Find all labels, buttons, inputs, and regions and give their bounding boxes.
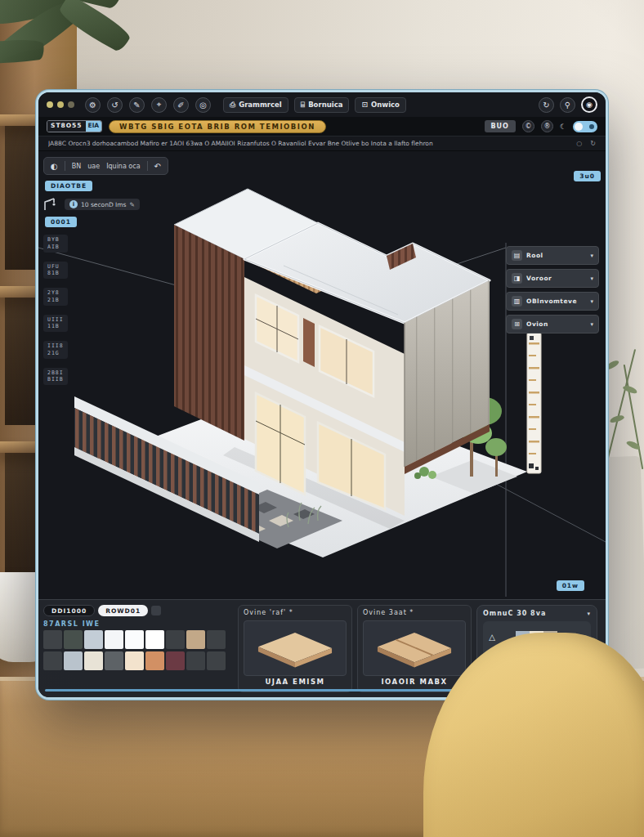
tab-more-button[interactable]: [151, 606, 161, 615]
toolbar-item[interactable]: BN: [72, 163, 81, 170]
edit-icon[interactable]: ✎: [130, 201, 135, 208]
level-item[interactable]: BYB AIB: [43, 235, 68, 253]
timer-label: 10 seconD Ims: [81, 201, 127, 208]
level-item[interactable]: UFU 81B: [43, 262, 68, 280]
color-swatch[interactable]: [186, 630, 205, 649]
color-swatch[interactable]: [166, 651, 185, 670]
toolbar-icon[interactable]: ◎: [195, 97, 211, 113]
toolbar-icon-group: ⚙↺✎⌖✐◎: [85, 97, 211, 113]
window-dot[interactable]: [68, 101, 74, 108]
color-swatch[interactable]: [105, 651, 123, 670]
timer-pill[interactable]: i 10 seconD Ims ✎: [65, 199, 140, 210]
viewport-3d[interactable]: ◐ BN uae Iquina oca ↶ DIAOTBE i 10 secon…: [38, 150, 606, 599]
level-line2: BIIB: [47, 376, 64, 383]
house-model-3d[interactable]: [38, 151, 606, 599]
toolbar-icon[interactable]: ✐: [173, 97, 189, 113]
material-card-1[interactable]: Ovine 'raf' * UJAA EMISM: [238, 605, 352, 692]
color-swatch[interactable]: [43, 630, 62, 649]
color-swatch[interactable]: [166, 630, 185, 649]
record-icon[interactable]: ◉: [581, 96, 597, 113]
titlebar: ⚙↺✎⌖✐◎ ⎙ Grammrcel ⌸ Bornuica ⊡ Onwico ↻…: [38, 92, 606, 117]
color-swatch[interactable]: [207, 651, 226, 670]
color-swatch[interactable]: [145, 651, 164, 670]
panel-row-label: Rool: [526, 252, 586, 259]
button-icon: ⌸: [301, 101, 305, 110]
window-dot[interactable]: [57, 101, 64, 108]
tool-glyph-icon: ✐: [177, 101, 184, 110]
tool-glyph-icon: ⌖: [157, 100, 162, 110]
chevron-down-icon: ▾: [590, 275, 593, 282]
reload-icon[interactable]: ↻: [590, 140, 596, 147]
viewport-toolbar[interactable]: ◐ BN uae Iquina oca ↶: [43, 157, 168, 175]
color-swatch[interactable]: [125, 630, 144, 649]
panel-dropdown-row[interactable]: ◨ Voroor ▾: [506, 269, 599, 288]
level-line1: 2B8I: [47, 369, 64, 377]
refresh-icon[interactable]: ↻: [539, 97, 554, 113]
status-badge-right: ElA: [86, 121, 102, 132]
panel-row-icon: ▤: [512, 250, 522, 261]
panel-row-label: Ovion: [526, 320, 586, 328]
level-line1: III8: [47, 342, 64, 350]
panel-dropdown-row[interactable]: ▤ Rool ▾: [506, 246, 599, 265]
color-swatch[interactable]: [84, 651, 103, 670]
button-label: Grammrcel: [239, 101, 282, 109]
timer-row: i 10 seconD Ims ✎: [42, 197, 140, 212]
pin-icon[interactable]: ◐: [51, 162, 58, 171]
toolbar-item[interactable]: Iquina oca: [106, 163, 140, 170]
toolbar-icon[interactable]: ⚙: [85, 97, 101, 113]
level-item[interactable]: 2B8I BIIB: [43, 368, 68, 386]
level-line2: 21B: [47, 297, 64, 304]
app-window: ⚙↺✎⌖✐◎ ⎙ Grammrcel ⌸ Bornuica ⊡ Onwico ↻…: [36, 90, 608, 700]
level-item[interactable]: UIII 11B: [43, 315, 68, 333]
panel-dropdown-row[interactable]: ⊞ Ovion ▾: [506, 315, 599, 333]
badge-bottomright[interactable]: 01w: [557, 580, 584, 591]
level-item[interactable]: 2Y8 21B: [43, 288, 68, 306]
color-swatch[interactable]: [105, 630, 123, 649]
toolbar-icon[interactable]: ↺: [107, 97, 123, 113]
color-swatch[interactable]: [64, 630, 83, 649]
color-swatch[interactable]: [125, 651, 144, 670]
circle-icon[interactable]: ○: [576, 140, 582, 147]
dark-mode-toggle[interactable]: [573, 121, 597, 132]
toolbar-icon[interactable]: ⌖: [151, 97, 167, 113]
bug-button[interactable]: BUO: [485, 120, 516, 132]
color-swatch[interactable]: [43, 651, 62, 670]
panel-row-label: OBlnvomteve: [526, 298, 586, 305]
chair: [399, 616, 644, 837]
toolbar-text-button[interactable]: ⌸ Bornuica: [294, 97, 350, 113]
tool-glyph-icon: ◎: [199, 101, 207, 110]
search-icon[interactable]: ⚲: [560, 97, 575, 113]
copyright-icon[interactable]: ©: [522, 120, 534, 132]
toolbar-button-group: ⎙ Grammrcel ⌸ Bornuica ⊡ Onwico: [223, 97, 406, 113]
button-icon: ⊡: [361, 101, 368, 109]
mode-badge[interactable]: DIAOTBE: [45, 181, 92, 191]
color-swatch[interactable]: [145, 630, 164, 649]
tab-browse[interactable]: ROWD01: [98, 605, 148, 616]
toolbar-text-button[interactable]: ⊡ Onwico: [355, 97, 405, 113]
rotate-icon[interactable]: ↶: [154, 162, 161, 171]
window-controls[interactable]: [47, 101, 74, 108]
wood-slab-image: [250, 627, 340, 669]
color-swatch[interactable]: [84, 630, 103, 649]
toolbar-text-button[interactable]: ⎙ Grammrcel: [223, 97, 288, 113]
level-line1: UFU: [47, 263, 64, 271]
menu-text[interactable]: JA88C Orocn3 dorhoacambod Mafiro er 1AOI…: [48, 140, 568, 147]
level-item[interactable]: III8 21G: [43, 341, 68, 359]
tab-colors[interactable]: DDI1000: [43, 605, 95, 616]
registered-icon[interactable]: ®: [541, 120, 553, 132]
level-line2: 11B: [47, 323, 64, 330]
panel-dropdown-row[interactable]: ▥ OBlnvomteve ▾: [506, 292, 599, 311]
color-swatch[interactable]: [186, 651, 205, 670]
color-swatch[interactable]: [207, 630, 226, 649]
level-line1: BYB: [47, 236, 64, 244]
level-list: BYB AIB UFU 81B 2Y8 21B UIII 11B III8 21…: [43, 235, 68, 385]
count-badge[interactable]: 0001: [45, 217, 77, 227]
toolbar-item[interactable]: uae: [87, 163, 100, 170]
color-swatch[interactable]: [64, 651, 83, 670]
status-badge-left: ST8O55: [47, 121, 86, 132]
level-line1: 2Y8: [47, 289, 64, 297]
swatch-row-2: [43, 651, 233, 670]
window-dot[interactable]: [47, 101, 53, 108]
badge-topright[interactable]: 3u0: [574, 171, 601, 181]
toolbar-icon[interactable]: ✎: [129, 97, 145, 113]
